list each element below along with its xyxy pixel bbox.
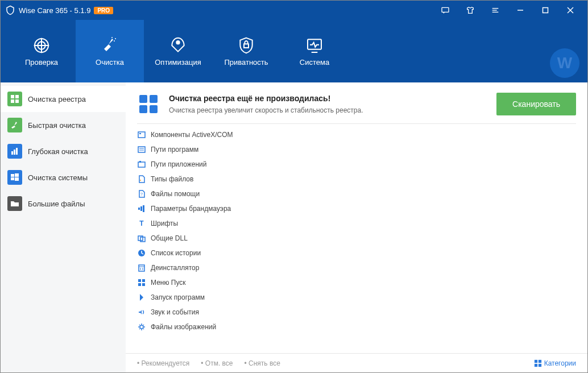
registry-item-icon (137, 130, 146, 139)
svg-line-61 (139, 329, 140, 329)
svg-rect-35 (138, 162, 145, 167)
target-icon (32, 36, 51, 55)
registry-item[interactable]: ?Файлы помощи (126, 186, 587, 201)
registry-item-label: Звук и события (151, 308, 199, 316)
content-area: Очистка реестра Быстрая очистка Глубокая… (1, 82, 587, 372)
svg-rect-19 (11, 95, 14, 98)
svg-rect-64 (539, 359, 541, 362)
svg-rect-25 (16, 148, 18, 155)
feedback-icon[interactable] (433, 1, 458, 20)
registry-item-label: Пути программ (151, 146, 198, 154)
broom-small-icon (7, 118, 22, 132)
tab-clean[interactable]: Очистка (76, 20, 144, 82)
svg-rect-50 (138, 279, 141, 282)
app-window: Wise Care 365 - 5.1.9 PRO Проверка (0, 0, 588, 373)
maximize-button[interactable] (533, 1, 558, 20)
sidebar-item-big-files[interactable]: Большие файлы (1, 190, 126, 217)
registry-item[interactable]: Меню Пуск (126, 275, 587, 290)
registry-item-label: Файлы помощи (151, 190, 200, 198)
svg-rect-16 (244, 44, 249, 48)
svg-point-13 (115, 38, 116, 39)
sidebar-item-label: Большие файлы (28, 200, 85, 208)
app-logo-icon (5, 5, 15, 15)
tab-check[interactable]: Проверка (7, 20, 76, 82)
monitor-icon (305, 36, 324, 55)
registry-item-label: Типы файлов (151, 175, 193, 183)
registry-item-label: Компоненты ActiveX/COM (151, 131, 233, 139)
svg-rect-24 (14, 150, 15, 155)
registry-item-label: Список истории (151, 249, 201, 257)
categories-icon (534, 359, 542, 367)
close-button[interactable] (558, 1, 583, 20)
footer-recommended[interactable]: Рекомендуется (137, 359, 189, 367)
registry-item-icon (137, 160, 146, 169)
svg-rect-63 (535, 359, 537, 362)
svg-rect-26 (11, 174, 14, 177)
registry-item-icon (137, 308, 146, 317)
registry-item[interactable]: Список истории (126, 246, 587, 260)
brand-circle-icon: W (550, 48, 579, 78)
sidebar-item-label: Очистка системы (28, 173, 88, 182)
titlebar: Wise Care 365 - 5.1.9 PRO (1, 1, 587, 20)
svg-rect-46 (139, 265, 144, 271)
categories-label: Категории (544, 359, 576, 367)
footer-check-all[interactable]: Отм. все (201, 359, 233, 367)
svg-rect-21 (11, 100, 14, 103)
svg-rect-32 (138, 147, 145, 152)
svg-rect-0 (442, 7, 449, 12)
registry-item[interactable]: Общие DLL (126, 231, 587, 246)
registry-item-icon (137, 204, 146, 213)
main-panel: Очистка реестра ещё не производилась! Оч… (126, 82, 587, 372)
menu-icon[interactable] (483, 1, 508, 20)
svg-rect-66 (539, 363, 541, 366)
svg-point-14 (111, 37, 113, 38)
tab-label: Оптимизация (155, 58, 201, 67)
tab-system[interactable]: Система (280, 20, 349, 82)
tab-label: Приватность (224, 58, 268, 67)
footer-uncheck-all[interactable]: Снять все (245, 359, 280, 367)
registry-item-label: Файлы изображений (151, 323, 216, 331)
main-navbar: Проверка Очистка Оптимизация Приватность… (1, 20, 587, 82)
registry-item[interactable]: Запуск программ (126, 290, 587, 305)
svg-rect-65 (535, 363, 537, 366)
pro-badge: PRO (94, 7, 113, 14)
svg-rect-39 (138, 208, 140, 210)
registry-item-icon (137, 234, 146, 243)
registry-item-icon: ? (137, 189, 146, 198)
registry-item[interactable]: Пути программ (126, 142, 587, 157)
svg-rect-51 (142, 279, 145, 282)
svg-point-12 (114, 40, 115, 42)
minimize-button[interactable] (508, 1, 533, 20)
sidebar-item-registry-clean[interactable]: Очистка реестра (1, 86, 126, 112)
registry-item-label: Пути приложений (151, 160, 206, 168)
sidebar-item-system-clean[interactable]: Очистка системы (1, 164, 126, 190)
registry-list[interactable]: Компоненты ActiveX/COMПути программПути … (126, 124, 587, 353)
svg-line-60 (143, 329, 144, 329)
tab-privacy[interactable]: Приватность (212, 20, 280, 82)
broom-icon (101, 36, 119, 55)
footer-bar: Рекомендуется Отм. все Снять все Категор… (126, 353, 587, 372)
registry-item[interactable]: Параметры брандмауэра (126, 201, 587, 216)
skin-icon[interactable] (458, 1, 483, 20)
registry-item[interactable]: Компоненты ActiveX/COM (126, 127, 587, 142)
svg-rect-23 (11, 151, 13, 155)
svg-rect-28 (11, 177, 14, 180)
registry-item[interactable]: Типы файлов (126, 172, 587, 186)
svg-rect-20 (15, 95, 19, 98)
registry-item[interactable]: TШрифты (126, 216, 587, 231)
footer-categories[interactable]: Категории (534, 359, 576, 367)
sidebar-item-quick-clean[interactable]: Быстрая очистка (1, 112, 126, 138)
registry-item[interactable]: Пути приложений (126, 157, 587, 172)
scan-button[interactable]: Сканировать (496, 93, 576, 115)
svg-rect-27 (15, 173, 19, 177)
registry-item[interactable]: Файлы изображений (126, 320, 587, 334)
svg-rect-40 (140, 206, 142, 211)
sidebar-item-deep-clean[interactable]: Глубокая очистка (1, 138, 126, 164)
registry-item-label: Деинсталлятор (151, 264, 199, 272)
tab-optimize[interactable]: Оптимизация (144, 20, 212, 82)
registry-item[interactable]: Деинсталлятор (126, 260, 587, 275)
registry-item[interactable]: Звук и события (126, 305, 587, 320)
registry-item-label: Шрифты (151, 219, 178, 227)
svg-text:T: T (139, 219, 144, 227)
registry-grid-icon (137, 93, 160, 115)
